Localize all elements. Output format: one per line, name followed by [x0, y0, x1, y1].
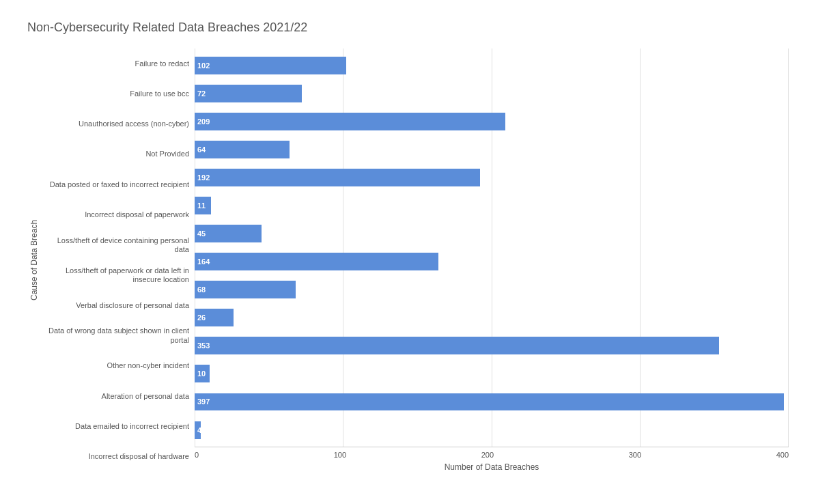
y-label: Incorrect disposal of hardware: [44, 442, 189, 472]
bar-row: 353: [195, 332, 789, 360]
bars-container: 102722096419211451646826353103974: [195, 48, 789, 447]
bar-value-label: 353: [197, 341, 210, 350]
bar-row: 102: [195, 51, 789, 79]
bar-value-label: 11: [197, 201, 206, 210]
bar-wrapper: 353: [195, 337, 789, 354]
bar-row: 192: [195, 163, 789, 191]
bar-value-label: 192: [197, 173, 210, 182]
bar-wrapper: 164: [195, 253, 789, 270]
y-label: Incorrect disposal of paperwork: [44, 199, 189, 229]
y-axis-label: Cause of Data Breach: [27, 48, 41, 472]
y-label: Data of wrong data subject shown in clie…: [44, 321, 189, 351]
bar-wrapper: 10: [195, 365, 789, 382]
bar-value-label: 164: [197, 257, 210, 266]
bar-wrapper: 397: [195, 393, 789, 411]
x-axis: 0100200300400: [195, 447, 789, 459]
bar-wrapper: 11: [195, 197, 789, 214]
bar-row: 164: [195, 248, 789, 276]
bar-wrapper: 72: [195, 85, 789, 102]
bar: 209: [195, 113, 505, 130]
bar-wrapper: 68: [195, 281, 789, 298]
bar: 64: [195, 141, 290, 158]
bar-row: 4: [195, 416, 789, 444]
bar-row: 64: [195, 135, 789, 163]
bar-wrapper: 26: [195, 309, 789, 326]
bar-value-label: 209: [197, 117, 210, 126]
bar-value-label: 4: [197, 426, 201, 434]
chart-container: Non-Cybersecurity Related Data Breaches …: [0, 0, 816, 504]
bar-value-label: 68: [197, 285, 206, 294]
y-label: Failure to redact: [44, 48, 189, 79]
bar-value-label: 102: [197, 61, 210, 70]
y-label: Unauthorised access (non-cyber): [44, 109, 189, 139]
bar-wrapper: 64: [195, 141, 789, 158]
x-tick: 300: [629, 451, 641, 459]
y-label: Verbal disclosure of personal data: [44, 290, 189, 320]
chart-title: Non-Cybersecurity Related Data Breaches …: [27, 20, 789, 35]
bar-wrapper: 45: [195, 225, 789, 242]
bar-row: 45: [195, 219, 789, 247]
bar: 11: [195, 197, 211, 214]
plot-area: 102722096419211451646826353103974 010020…: [195, 48, 789, 472]
bar-row: 397: [195, 388, 789, 416]
bar: 102: [195, 57, 346, 74]
bar: 164: [195, 253, 438, 270]
bar-wrapper: 102: [195, 57, 789, 74]
y-label: Other non-cyber incident: [44, 351, 189, 381]
y-labels: Failure to redactFailure to use bccUnaut…: [44, 48, 195, 472]
x-axis-label: Number of Data Breaches: [195, 462, 789, 472]
bar: 397: [195, 393, 784, 411]
bar-row: 68: [195, 276, 789, 304]
bar: 26: [195, 309, 234, 326]
y-label: Loss/theft of paperwork or data left in …: [44, 260, 189, 290]
x-tick: 0: [195, 451, 199, 459]
bar: 192: [195, 169, 480, 186]
y-label: Data emailed to incorrect recipient: [44, 411, 189, 441]
bar-row: 72: [195, 79, 789, 107]
y-label: Not Provided: [44, 139, 189, 169]
y-label: Alteration of personal data: [44, 381, 189, 411]
x-tick: 400: [776, 451, 789, 459]
bar-value-label: 397: [197, 397, 210, 406]
bar: 68: [195, 281, 296, 298]
bar-wrapper: 209: [195, 113, 789, 130]
y-label: Loss/theft of device containing personal…: [44, 230, 189, 260]
bar-row: 209: [195, 107, 789, 135]
bar-value-label: 72: [197, 89, 206, 98]
bar: 353: [195, 337, 719, 354]
bar-row: 11: [195, 191, 789, 219]
bar-value-label: 45: [197, 229, 206, 238]
y-label: Data posted or faxed to incorrect recipi…: [44, 169, 189, 199]
bar-value-label: 64: [197, 145, 206, 154]
chart-area: Cause of Data Breach Failure to redactFa…: [27, 48, 789, 472]
y-label: Failure to use bcc: [44, 79, 189, 109]
bar-row: 26: [195, 304, 789, 332]
bar-wrapper: 192: [195, 169, 789, 186]
bar: 4: [195, 421, 201, 439]
x-tick: 100: [334, 451, 346, 459]
bar: 45: [195, 225, 262, 242]
bar-row: 10: [195, 360, 789, 388]
grid-and-bars: 102722096419211451646826353103974: [195, 48, 789, 447]
x-tick: 200: [481, 451, 494, 459]
bar-wrapper: 4: [195, 421, 789, 439]
bar: 10: [195, 365, 210, 382]
bar-value-label: 26: [197, 313, 206, 322]
bar-value-label: 10: [197, 369, 206, 378]
bar: 72: [195, 85, 302, 102]
